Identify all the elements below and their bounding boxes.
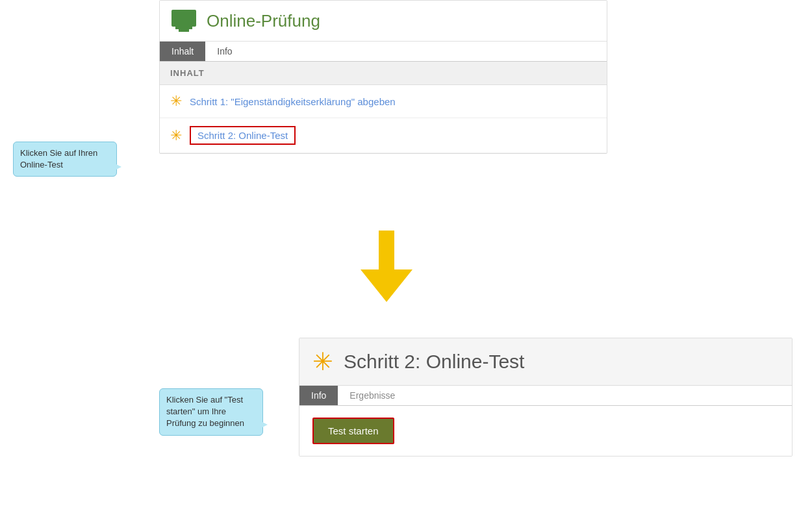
tab-ergebnisse[interactable]: Ergebnisse (338, 386, 407, 405)
tooltip-1: Klicken Sie auf Ihren Online-Test (13, 142, 117, 177)
tab-info[interactable]: Info (205, 42, 244, 61)
top-panel-title: Online-Prüfung (207, 11, 320, 31)
tooltip-1-text: Klicken Sie auf Ihren Online-Test (20, 148, 97, 169)
tab-inhalt[interactable]: Inhalt (160, 42, 205, 61)
top-panel: Online-Prüfung Inhalt Info INHALT ✳ Schr… (159, 0, 607, 154)
svg-rect-0 (171, 10, 196, 27)
puzzle-icon-1: ✳ (170, 93, 182, 110)
monitor-icon (170, 8, 197, 33)
test-starten-button[interactable]: Test starten (312, 418, 394, 444)
tooltip-2: Klicken Sie auf "Test starten" um Ihre P… (159, 388, 263, 436)
down-arrow-icon (361, 231, 412, 302)
puzzle-icon-2: ✳ (170, 127, 182, 144)
list-item: ✳ Schritt 1: "Eigenständigkeitserklärung… (160, 85, 607, 118)
list-item: ✳ Schritt 2: Online-Test (160, 118, 607, 153)
bottom-content: Test starten (299, 406, 792, 456)
svg-rect-3 (379, 231, 394, 273)
bottom-tabs-row: Info Ergebnisse (299, 386, 792, 406)
svg-rect-1 (175, 27, 192, 29)
bottom-panel-title: Schritt 2: Online-Test (344, 351, 524, 373)
bottom-panel-header: ✳ Schritt 2: Online-Test (299, 338, 792, 386)
schritt2-link[interactable]: Schritt 2: Online-Test (190, 126, 296, 145)
tab-info-bottom[interactable]: Info (299, 386, 338, 405)
section-header: INHALT (160, 62, 607, 85)
schritt1-link[interactable]: Schritt 1: "Eigenständigkeitserklärung" … (190, 96, 396, 107)
top-tabs-row: Inhalt Info (160, 42, 607, 62)
svg-rect-2 (179, 29, 189, 32)
puzzle-icon-large: ✳ (312, 347, 333, 376)
svg-marker-4 (361, 269, 412, 302)
tooltip-2-text: Klicken Sie auf "Test starten" um Ihre P… (166, 395, 244, 428)
bottom-panel: ✳ Schritt 2: Online-Test Info Ergebnisse… (299, 338, 793, 457)
arrow-container (361, 231, 412, 302)
top-panel-header: Online-Prüfung (160, 1, 607, 42)
